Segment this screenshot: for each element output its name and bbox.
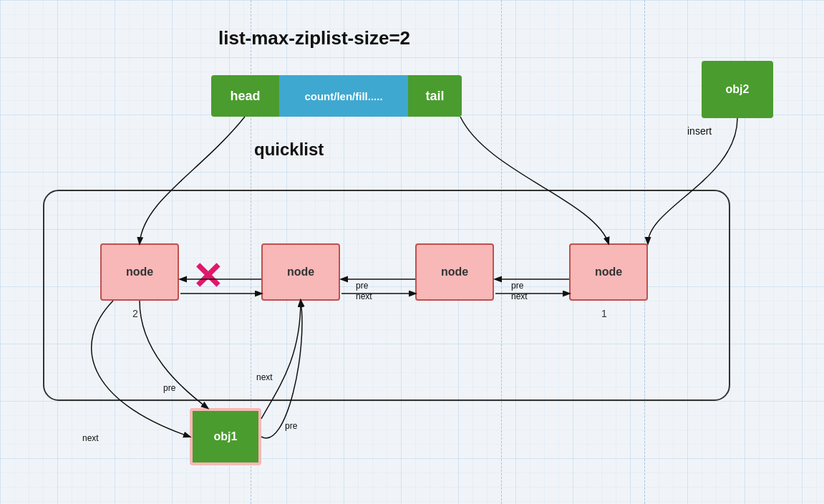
insert-label: insert — [687, 125, 712, 137]
pre-bottom-label: pre — [163, 383, 175, 393]
node1-num: 2 — [132, 308, 138, 319]
node-box-1: node — [100, 243, 179, 301]
next-bottom-label: next — [82, 433, 99, 443]
node-box-4: node — [569, 243, 648, 301]
ql-middle-cell: count/len/fill..... — [279, 75, 408, 117]
page-title: list-max-ziplist-size=2 — [218, 27, 410, 49]
pre-label-1: pre — [356, 281, 368, 291]
ql-head-cell: head — [211, 75, 279, 117]
obj2-box: obj2 — [702, 61, 773, 118]
pre-obj1-right-label: pre — [285, 421, 297, 431]
x-mark: ✕ — [192, 258, 223, 295]
obj1-box: obj1 — [190, 408, 261, 465]
quicklist-header: head count/len/fill..... tail — [211, 75, 462, 117]
pre-label-2: pre — [511, 281, 523, 291]
node4-num: 1 — [601, 308, 607, 319]
ql-tail-cell: tail — [408, 75, 462, 117]
next-label-1: next — [356, 291, 372, 301]
quicklist-label: quicklist — [254, 140, 324, 160]
next-obj1-label: next — [256, 372, 273, 382]
node-box-2: node — [261, 243, 340, 301]
next-label-2: next — [511, 291, 528, 301]
node-box-3: node — [415, 243, 494, 301]
